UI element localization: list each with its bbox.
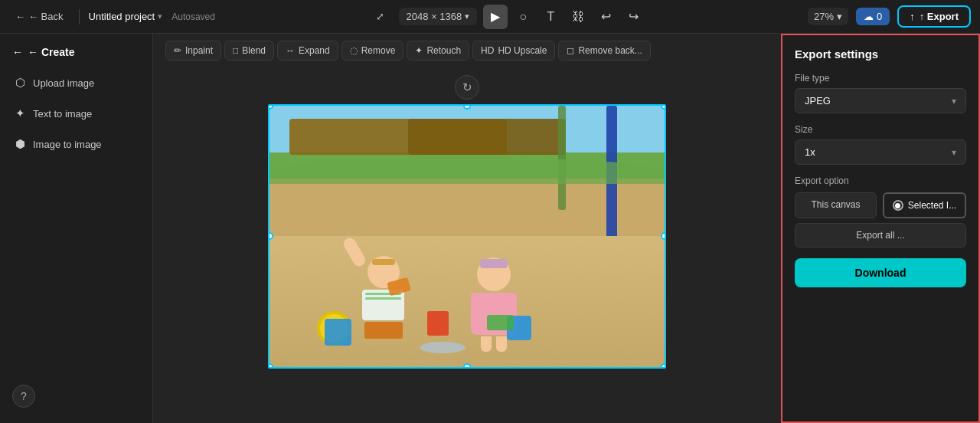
main-content: ← ← Create ⬡ Upload image ✦ Text to imag… — [0, 34, 980, 423]
sidebar-item-image-to-image[interactable]: ⬢ Image to image — [6, 130, 146, 158]
export-option-label: Export option — [795, 175, 966, 186]
file-type-select[interactable]: JPEG ▾ — [795, 88, 966, 113]
zoom-selector[interactable]: 27% ▾ — [808, 8, 848, 25]
sidebar-item-text-to-image[interactable]: ✦ Text to image — [6, 100, 146, 127]
handle-top-right[interactable] — [661, 104, 666, 110]
expand-button[interactable]: ↔ Expand — [277, 41, 338, 61]
blend-label: Blend — [242, 45, 266, 56]
topbar-divider — [79, 9, 80, 25]
size-select[interactable]: 1x ▾ — [795, 139, 966, 165]
size-value: 1x — [805, 146, 815, 158]
remove-label: Remove — [361, 45, 396, 56]
hd-upscale-icon: HD — [481, 45, 494, 56]
chevron-down-icon: ▾ — [465, 11, 469, 21]
blend-icon: □ — [233, 45, 238, 56]
file-type-label: File type — [795, 73, 966, 84]
radio-selected-indicator — [895, 203, 900, 208]
cloud-count: 0 — [877, 11, 882, 22]
text-to-image-icon: ✦ — [15, 107, 25, 120]
panel-title: Export settings — [795, 48, 966, 61]
sidebar-item-upload-image[interactable]: ⬡ Upload image — [6, 69, 146, 97]
inpaint-icon: ✏ — [174, 45, 181, 56]
refresh-button[interactable]: ↻ — [455, 75, 479, 100]
toolbar-strip: ✏ Inpaint □ Blend ↔ Expand ◌ Remove ✦ Re… — [153, 34, 781, 67]
selected-button[interactable]: Selected I... — [883, 192, 966, 218]
back-button[interactable]: ← ← Back — [9, 8, 70, 25]
retouch-label: Retouch — [426, 45, 461, 56]
lasso-tool-button[interactable]: ○ — [511, 5, 535, 29]
refresh-button-wrap: ↻ — [455, 75, 479, 100]
topbar-right: 27% ▾ ☁ 0 ↑ ↑ Export — [808, 5, 971, 28]
autosaved-label: Autosaved — [172, 11, 215, 22]
back-arrow-icon: ← — [12, 46, 23, 58]
back-icon: ← — [15, 11, 25, 22]
help-icon: ? — [21, 390, 27, 402]
image-content — [270, 106, 665, 367]
this-canvas-button[interactable]: This canvas — [795, 192, 877, 218]
text-to-image-label: Text to image — [33, 108, 92, 120]
chevron-down-icon: ▾ — [952, 147, 956, 158]
project-name-label: Untitled project — [89, 11, 155, 22]
download-button[interactable]: Download — [795, 258, 966, 287]
cloud-icon: ☁ — [864, 11, 874, 22]
export-option-buttons: This canvas Selected I... — [795, 192, 966, 218]
chevron-down-icon: ▾ — [158, 11, 162, 21]
tool-buttons: ▶ ○ T ⛓ ↩ ↪ — [483, 5, 645, 29]
hd-upscale-label: HD Upscale — [498, 45, 547, 56]
pointer-tool-button[interactable]: ▶ — [483, 5, 508, 29]
remove-bg-label: Remove back... — [578, 45, 642, 56]
canvas-image — [268, 104, 666, 369]
export-arrow-icon: ↑ — [910, 11, 915, 22]
create-label: ← Create — [28, 46, 74, 58]
download-label: Download — [855, 267, 906, 279]
expand-label: Expand — [299, 45, 330, 56]
inpaint-label: Inpaint — [185, 45, 213, 56]
create-header[interactable]: ← ← Create — [6, 43, 146, 66]
sidebar-bottom: ? — [6, 379, 146, 414]
handle-bottom-right[interactable] — [661, 363, 666, 369]
size-label: Size — [795, 124, 966, 135]
size-section: Size 1x ▾ — [795, 124, 966, 165]
redo-button[interactable]: ↪ — [621, 5, 645, 29]
file-type-value: JPEG — [805, 95, 831, 107]
retouch-icon: ✦ — [415, 45, 423, 56]
export-button[interactable]: ↑ ↑ Export — [897, 5, 971, 28]
canvas-image-wrapper[interactable] — [268, 104, 666, 369]
text-tool-button[interactable]: T — [538, 5, 563, 29]
remove-background-button[interactable]: ◻ Remove back... — [558, 41, 650, 61]
link-tool-button[interactable]: ⛓ — [566, 5, 590, 29]
dimensions-value: 2048 × 1368 — [407, 11, 462, 22]
canvas-area[interactable]: ✏ Inpaint □ Blend ↔ Expand ◌ Remove ✦ Re… — [153, 34, 781, 423]
export-all-label: Export all ... — [856, 230, 904, 241]
file-type-section: File type JPEG ▾ — [795, 73, 966, 113]
remove-icon: ◌ — [350, 45, 358, 56]
resize-icon: ⤢ — [368, 5, 393, 29]
blend-button[interactable]: □ Blend — [224, 41, 274, 61]
help-button[interactable]: ? — [12, 385, 35, 408]
selected-radio-group: Selected I... — [889, 200, 960, 211]
project-name-button[interactable]: Untitled project ▾ — [89, 11, 163, 22]
zoom-value: 27% — [814, 11, 834, 22]
remove-bg-icon: ◻ — [567, 45, 574, 56]
retouch-button[interactable]: ✦ Retouch — [407, 41, 469, 61]
cloud-button[interactable]: ☁ 0 — [856, 8, 890, 25]
selected-label: Selected I... — [908, 200, 956, 211]
image-to-image-label: Image to image — [33, 139, 102, 150]
export-all-button[interactable]: Export all ... — [795, 223, 966, 248]
upload-image-label: Upload image — [33, 77, 94, 89]
remove-button[interactable]: ◌ Remove — [341, 41, 404, 61]
back-label: ← Back — [28, 11, 64, 22]
upload-image-icon: ⬡ — [15, 76, 25, 90]
export-option-section: Export option This canvas Selected I... … — [795, 175, 966, 248]
expand-icon: ↔ — [286, 45, 295, 56]
inpaint-button[interactable]: ✏ Inpaint — [165, 41, 221, 61]
undo-button[interactable]: ↩ — [593, 5, 618, 29]
chevron-down-icon: ▾ — [952, 96, 956, 107]
handle-bottom-center[interactable] — [463, 363, 471, 369]
refresh-icon: ↻ — [462, 80, 472, 94]
dimensions-selector[interactable]: 2048 × 1368 ▾ — [399, 8, 478, 25]
hd-upscale-button[interactable]: HD HD Upscale — [472, 41, 555, 61]
topbar-center: ⤢ 2048 × 1368 ▾ ▶ ○ T ⛓ ↩ ↪ — [368, 5, 646, 29]
handle-middle-right[interactable] — [661, 232, 666, 240]
export-label: ↑ Export — [920, 11, 959, 22]
